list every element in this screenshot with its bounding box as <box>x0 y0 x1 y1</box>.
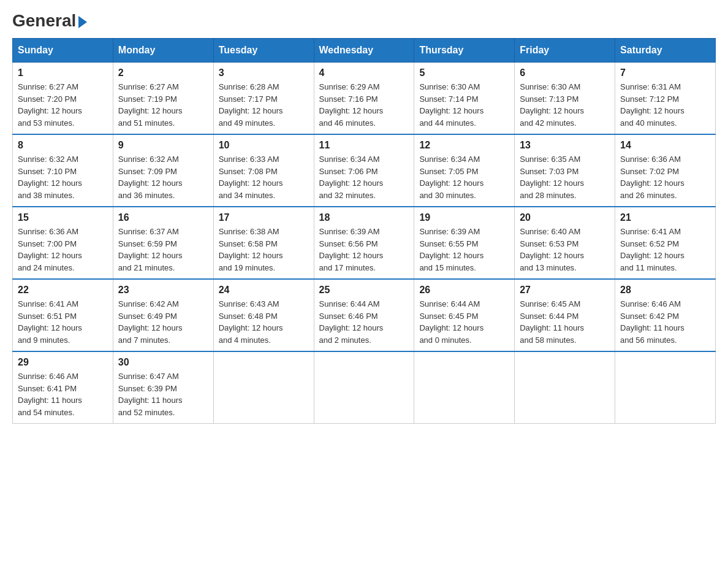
calendar-day-cell: 4Sunrise: 6:29 AMSunset: 7:16 PMDaylight… <box>314 63 414 135</box>
calendar-day-cell <box>515 351 615 424</box>
calendar-week-row: 29Sunrise: 6:46 AMSunset: 6:41 PMDayligh… <box>13 351 716 424</box>
page-header: General <box>12 12 716 28</box>
day-info: Sunrise: 6:30 AMSunset: 7:13 PMDaylight:… <box>520 81 610 129</box>
day-number: 24 <box>219 285 309 296</box>
day-number: 25 <box>319 285 409 296</box>
calendar-day-cell: 24Sunrise: 6:43 AMSunset: 6:48 PMDayligh… <box>213 279 314 351</box>
day-number: 6 <box>520 67 610 79</box>
day-info: Sunrise: 6:33 AMSunset: 7:08 PMDaylight:… <box>219 153 309 201</box>
calendar-day-cell <box>615 351 716 424</box>
calendar-day-cell: 17Sunrise: 6:38 AMSunset: 6:58 PMDayligh… <box>213 207 314 279</box>
day-info: Sunrise: 6:32 AMSunset: 7:09 PMDaylight:… <box>118 153 208 201</box>
day-number: 8 <box>18 140 108 151</box>
day-info: Sunrise: 6:46 AMSunset: 6:41 PMDaylight:… <box>18 370 108 418</box>
day-number: 3 <box>219 67 309 79</box>
calendar-day-cell: 28Sunrise: 6:46 AMSunset: 6:42 PMDayligh… <box>615 279 716 351</box>
calendar-day-cell: 9Sunrise: 6:32 AMSunset: 7:09 PMDaylight… <box>113 134 213 207</box>
day-info: Sunrise: 6:40 AMSunset: 6:53 PMDaylight:… <box>520 226 610 274</box>
day-number: 20 <box>520 212 610 223</box>
day-number: 14 <box>620 140 710 151</box>
calendar-day-cell: 6Sunrise: 6:30 AMSunset: 7:13 PMDaylight… <box>515 63 615 135</box>
calendar-day-cell: 7Sunrise: 6:31 AMSunset: 7:12 PMDaylight… <box>615 63 716 135</box>
calendar-day-cell: 21Sunrise: 6:41 AMSunset: 6:52 PMDayligh… <box>615 207 716 279</box>
weekday-header-tuesday: Tuesday <box>213 39 314 63</box>
day-info: Sunrise: 6:41 AMSunset: 6:51 PMDaylight:… <box>18 298 108 346</box>
day-info: Sunrise: 6:34 AMSunset: 7:06 PMDaylight:… <box>319 153 409 201</box>
calendar-day-cell <box>314 351 414 424</box>
calendar-day-cell <box>213 351 314 424</box>
calendar-day-cell: 3Sunrise: 6:28 AMSunset: 7:17 PMDaylight… <box>213 63 314 135</box>
calendar-day-cell: 14Sunrise: 6:36 AMSunset: 7:02 PMDayligh… <box>615 134 716 207</box>
calendar-day-cell: 2Sunrise: 6:27 AMSunset: 7:19 PMDaylight… <box>113 63 213 135</box>
calendar-week-row: 1Sunrise: 6:27 AMSunset: 7:20 PMDaylight… <box>13 63 716 135</box>
weekday-header-friday: Friday <box>515 39 615 63</box>
day-info: Sunrise: 6:35 AMSunset: 7:03 PMDaylight:… <box>520 153 610 201</box>
day-info: Sunrise: 6:38 AMSunset: 6:58 PMDaylight:… <box>219 226 309 274</box>
logo-top: General <box>12 12 87 29</box>
day-info: Sunrise: 6:47 AMSunset: 6:39 PMDaylight:… <box>118 370 208 418</box>
calendar-week-row: 8Sunrise: 6:32 AMSunset: 7:10 PMDaylight… <box>13 134 716 207</box>
calendar-day-cell: 18Sunrise: 6:39 AMSunset: 6:56 PMDayligh… <box>314 207 414 279</box>
day-number: 2 <box>118 67 208 79</box>
calendar-day-cell: 5Sunrise: 6:30 AMSunset: 7:14 PMDaylight… <box>414 63 515 135</box>
day-info: Sunrise: 6:30 AMSunset: 7:14 PMDaylight:… <box>419 81 509 129</box>
day-number: 7 <box>620 67 710 79</box>
day-number: 12 <box>419 140 509 151</box>
day-number: 5 <box>419 67 509 79</box>
day-number: 9 <box>118 140 208 151</box>
calendar-day-cell: 27Sunrise: 6:45 AMSunset: 6:44 PMDayligh… <box>515 279 615 351</box>
day-number: 22 <box>18 285 108 296</box>
calendar-day-cell: 8Sunrise: 6:32 AMSunset: 7:10 PMDaylight… <box>13 134 113 207</box>
day-number: 30 <box>118 357 208 368</box>
day-info: Sunrise: 6:39 AMSunset: 6:56 PMDaylight:… <box>319 226 409 274</box>
day-info: Sunrise: 6:41 AMSunset: 6:52 PMDaylight:… <box>620 226 710 274</box>
logo-arrow-icon <box>78 16 87 28</box>
day-number: 11 <box>319 140 409 151</box>
weekday-header-wednesday: Wednesday <box>314 39 414 63</box>
day-info: Sunrise: 6:29 AMSunset: 7:16 PMDaylight:… <box>319 81 409 129</box>
weekday-header-thursday: Thursday <box>414 39 515 63</box>
day-info: Sunrise: 6:39 AMSunset: 6:55 PMDaylight:… <box>419 226 509 274</box>
day-number: 21 <box>620 212 710 223</box>
day-info: Sunrise: 6:44 AMSunset: 6:46 PMDaylight:… <box>319 298 409 346</box>
weekday-header-saturday: Saturday <box>615 39 716 63</box>
logo: General <box>12 12 87 28</box>
day-info: Sunrise: 6:28 AMSunset: 7:17 PMDaylight:… <box>219 81 309 129</box>
calendar-day-cell: 12Sunrise: 6:34 AMSunset: 7:05 PMDayligh… <box>414 134 515 207</box>
day-number: 19 <box>419 212 509 223</box>
day-info: Sunrise: 6:45 AMSunset: 6:44 PMDaylight:… <box>520 298 610 346</box>
calendar-week-row: 22Sunrise: 6:41 AMSunset: 6:51 PMDayligh… <box>13 279 716 351</box>
day-number: 17 <box>219 212 309 223</box>
calendar-day-cell: 19Sunrise: 6:39 AMSunset: 6:55 PMDayligh… <box>414 207 515 279</box>
day-info: Sunrise: 6:46 AMSunset: 6:42 PMDaylight:… <box>620 298 710 346</box>
weekday-header-monday: Monday <box>113 39 213 63</box>
day-info: Sunrise: 6:44 AMSunset: 6:45 PMDaylight:… <box>419 298 509 346</box>
day-info: Sunrise: 6:32 AMSunset: 7:10 PMDaylight:… <box>18 153 108 201</box>
calendar-day-cell: 26Sunrise: 6:44 AMSunset: 6:45 PMDayligh… <box>414 279 515 351</box>
day-info: Sunrise: 6:34 AMSunset: 7:05 PMDaylight:… <box>419 153 509 201</box>
day-info: Sunrise: 6:36 AMSunset: 7:02 PMDaylight:… <box>620 153 710 201</box>
day-number: 4 <box>319 67 409 79</box>
day-info: Sunrise: 6:36 AMSunset: 7:00 PMDaylight:… <box>18 226 108 274</box>
day-number: 10 <box>219 140 309 151</box>
day-number: 18 <box>319 212 409 223</box>
day-info: Sunrise: 6:42 AMSunset: 6:49 PMDaylight:… <box>118 298 208 346</box>
day-info: Sunrise: 6:37 AMSunset: 6:59 PMDaylight:… <box>118 226 208 274</box>
calendar-day-cell: 22Sunrise: 6:41 AMSunset: 6:51 PMDayligh… <box>13 279 113 351</box>
calendar-table: SundayMondayTuesdayWednesdayThursdayFrid… <box>12 38 716 424</box>
day-number: 29 <box>18 357 108 368</box>
calendar-day-cell: 30Sunrise: 6:47 AMSunset: 6:39 PMDayligh… <box>113 351 213 424</box>
day-info: Sunrise: 6:31 AMSunset: 7:12 PMDaylight:… <box>620 81 710 129</box>
day-number: 1 <box>18 67 108 79</box>
day-number: 16 <box>118 212 208 223</box>
day-info: Sunrise: 6:27 AMSunset: 7:19 PMDaylight:… <box>118 81 208 129</box>
calendar-day-cell: 20Sunrise: 6:40 AMSunset: 6:53 PMDayligh… <box>515 207 615 279</box>
day-number: 23 <box>118 285 208 296</box>
calendar-day-cell: 13Sunrise: 6:35 AMSunset: 7:03 PMDayligh… <box>515 134 615 207</box>
calendar-week-row: 15Sunrise: 6:36 AMSunset: 7:00 PMDayligh… <box>13 207 716 279</box>
day-info: Sunrise: 6:27 AMSunset: 7:20 PMDaylight:… <box>18 81 108 129</box>
calendar-day-cell: 25Sunrise: 6:44 AMSunset: 6:46 PMDayligh… <box>314 279 414 351</box>
calendar-day-cell: 11Sunrise: 6:34 AMSunset: 7:06 PMDayligh… <box>314 134 414 207</box>
calendar-day-cell: 16Sunrise: 6:37 AMSunset: 6:59 PMDayligh… <box>113 207 213 279</box>
day-number: 28 <box>620 285 710 296</box>
